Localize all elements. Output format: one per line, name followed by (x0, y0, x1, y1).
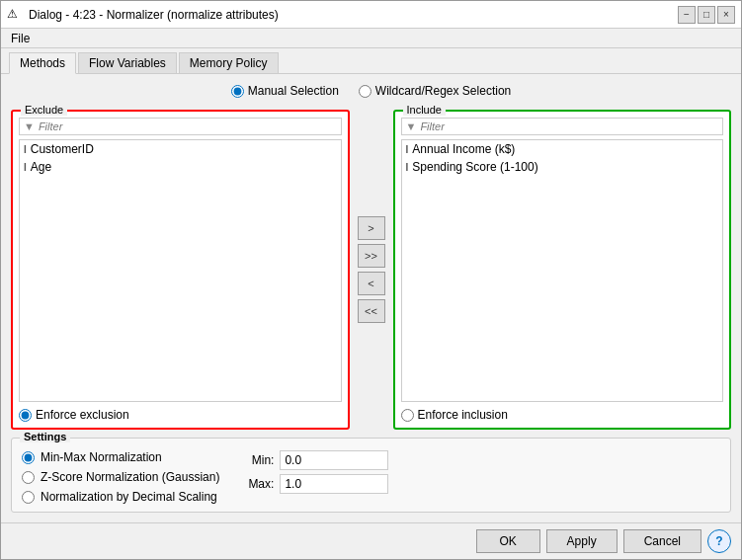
zscore-radio[interactable] (22, 471, 35, 484)
zscore-label: Z-Score Normalization (Gaussian) (41, 470, 219, 484)
tabs-bar: Methods Flow Variables Memory Policy (1, 48, 741, 74)
min-input[interactable] (280, 450, 388, 470)
title-bar-left: ⚠ Dialog - 4:23 - Normalizer (normalize … (7, 7, 279, 23)
customerid-label: CustomerID (31, 142, 94, 156)
minmax-label: Min-Max Normalization (41, 450, 162, 464)
max-row: Max: (239, 474, 388, 494)
window-title: Dialog - 4:23 - Normalizer (normalize at… (29, 8, 279, 22)
apply-button[interactable]: Apply (546, 529, 618, 553)
wildcard-selection-radio[interactable]: Wildcard/Regex Selection (359, 84, 511, 98)
annual-income-label: Annual Income (k$) (412, 142, 515, 156)
enforce-exclusion-label: Enforce exclusion (36, 408, 129, 422)
settings-area: Settings Min-Max Normalization Z-Score N… (11, 438, 731, 513)
dialog-window: ⚠ Dialog - 4:23 - Normalizer (normalize … (0, 0, 742, 560)
zscore-radio-label[interactable]: Z-Score Normalization (Gaussian) (22, 470, 219, 484)
help-button[interactable]: ? (707, 529, 731, 553)
enforce-inclusion-label: Enforce inclusion (418, 408, 508, 422)
exclude-filter-icon: ▼ (24, 120, 35, 132)
title-buttons: − □ × (678, 6, 735, 24)
close-button[interactable]: × (717, 6, 735, 24)
enforce-inclusion-radio[interactable] (401, 409, 414, 422)
ok-button[interactable]: OK (476, 529, 540, 553)
enforce-inclusion-row: Enforce inclusion (401, 408, 724, 422)
exclude-list: I CustomerID I Age (19, 139, 342, 402)
tab-memory-policy[interactable]: Memory Policy (179, 52, 279, 73)
warning-icon: ⚠ (7, 7, 23, 23)
decimal-radio[interactable] (22, 491, 35, 504)
minmax-radio-label[interactable]: Min-Max Normalization (22, 450, 219, 464)
list-item[interactable]: I Annual Income (k$) (402, 140, 723, 158)
manual-selection-radio[interactable]: Manual Selection (231, 84, 339, 98)
tab-methods[interactable]: Methods (9, 52, 76, 74)
max-input[interactable] (280, 474, 388, 494)
minmax-radio[interactable] (22, 451, 35, 464)
move-all-right-button[interactable]: >> (358, 244, 385, 268)
exclude-panel: Exclude ▼ I CustomerID I Age (11, 110, 350, 430)
settings-right: Min: Max: (239, 450, 388, 494)
exclude-filter-input[interactable] (39, 120, 337, 132)
cancel-button[interactable]: Cancel (623, 529, 701, 553)
list-item[interactable]: I CustomerID (20, 140, 341, 158)
include-filter-input[interactable] (420, 120, 718, 132)
include-filter-box[interactable]: ▼ (401, 118, 724, 135)
minimize-button[interactable]: − (678, 6, 696, 24)
selection-row: Manual Selection Wildcard/Regex Selectio… (11, 84, 731, 98)
annual-income-icon: I (406, 144, 409, 155)
enforce-exclusion-row: Enforce exclusion (19, 408, 342, 422)
include-list: I Annual Income (k$) I Spending Score (1… (401, 139, 724, 402)
move-right-button[interactable]: > (358, 216, 385, 240)
exclude-filter-box[interactable]: ▼ (19, 118, 342, 135)
decimal-label: Normalization by Decimal Scaling (41, 490, 217, 504)
title-bar: ⚠ Dialog - 4:23 - Normalizer (normalize … (1, 1, 741, 29)
decimal-radio-label[interactable]: Normalization by Decimal Scaling (22, 490, 219, 504)
footer: OK Apply Cancel ? (1, 522, 741, 559)
include-panel-label: Include (403, 104, 446, 116)
columns-area: Exclude ▼ I CustomerID I Age (11, 110, 731, 430)
min-label: Min: (239, 453, 274, 467)
settings-grid: Min-Max Normalization Z-Score Normalizat… (22, 450, 720, 504)
menu-bar: File (1, 29, 741, 48)
include-panel: Include ▼ I Annual Income (k$) I Spendin… (393, 110, 732, 430)
maximize-button[interactable]: □ (698, 6, 715, 24)
settings-left: Min-Max Normalization Z-Score Normalizat… (22, 450, 219, 504)
exclude-panel-label: Exclude (21, 104, 67, 116)
spending-score-icon: I (406, 162, 409, 173)
tab-flow-variables[interactable]: Flow Variables (78, 52, 177, 73)
max-label: Max: (239, 477, 274, 491)
arrows-column: > >> < << (356, 110, 387, 430)
move-all-left-button[interactable]: << (358, 299, 385, 323)
move-left-button[interactable]: < (358, 272, 385, 295)
list-item[interactable]: I Spending Score (1-100) (402, 158, 723, 176)
min-row: Min: (239, 450, 388, 470)
customerid-icon: I (24, 144, 27, 155)
age-icon: I (24, 162, 27, 173)
main-content: Manual Selection Wildcard/Regex Selectio… (1, 74, 741, 522)
settings-section-label: Settings (20, 431, 70, 442)
spending-score-label: Spending Score (1-100) (412, 160, 537, 174)
list-item[interactable]: I Age (20, 158, 341, 176)
menu-file[interactable]: File (7, 32, 34, 45)
age-label: Age (31, 160, 51, 174)
enforce-exclusion-radio[interactable] (19, 409, 32, 422)
include-filter-icon: ▼ (406, 120, 417, 132)
